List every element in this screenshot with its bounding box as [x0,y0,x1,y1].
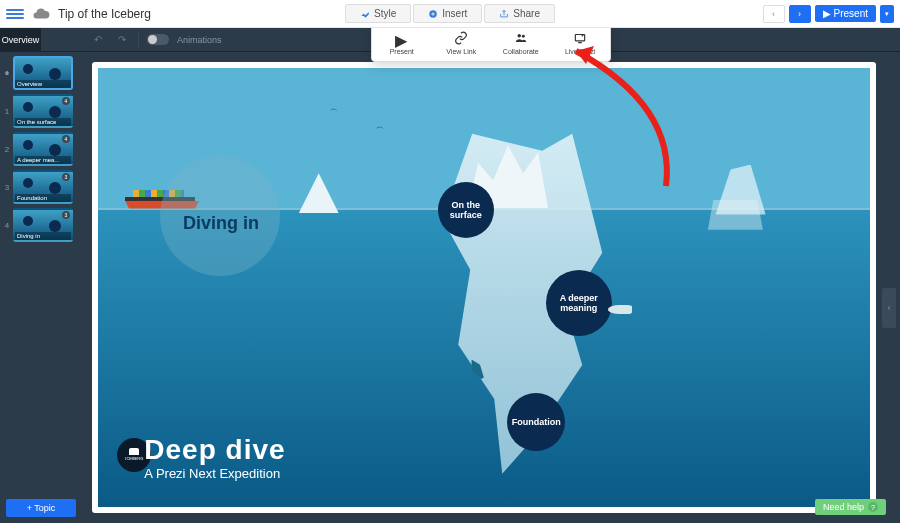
style-button[interactable]: Style [345,4,411,23]
sidebar-tabs: Overview [0,28,82,52]
home-icon [4,70,10,76]
nav-next-button[interactable]: › [789,5,811,23]
diving-in-label: Diving in [183,213,259,234]
need-help-button[interactable]: Need help ? [815,499,886,515]
thumb-row: 1 4On the surface [4,94,78,128]
animations-toggle[interactable] [147,34,169,45]
workspace: Overview Overview 1 4On the surface 2 4A… [0,28,900,523]
thumbnail-1[interactable]: 4On the surface [13,94,73,128]
thumb-row: 2 4A deeper mea... [4,132,78,166]
thumbnail-overview[interactable]: Overview [13,56,73,90]
topic-foundation[interactable]: Foundation [507,393,565,451]
main-area: ↶ ↷ Animations ▶ Present View Link Colla… [82,28,900,523]
sidebar: Overview Overview 1 4On the surface 2 4A… [0,28,82,523]
thumb-row: 4 3Diving in [4,208,78,242]
share-collaborate[interactable]: Collaborate [491,25,551,61]
title-block: Deep dive A Prezi Next Expedition [144,434,285,481]
bird-icon: ︵ [330,103,338,114]
thumbnail-3[interactable]: 3Foundation [13,170,73,204]
thumbnail-list: Overview 1 4On the surface 2 4A deeper m… [0,52,82,491]
redo-button[interactable]: ↷ [114,32,130,48]
share-present[interactable]: ▶ Present [372,25,432,61]
canvas-wrap: ︵ ︵ Diving in On the surface A deeper me… [82,52,900,523]
tab-overview[interactable]: Overview [0,28,41,51]
animations-label: Animations [177,35,222,45]
menu-icon[interactable] [6,5,24,23]
thumb-row: 3 3Foundation [4,170,78,204]
svg-point-2 [522,35,525,38]
canvas-title: Deep dive [144,434,285,466]
broadcast-icon [573,31,587,45]
people-icon [514,31,528,45]
cloud-icon [32,5,50,23]
topic-a-deeper-meaning[interactable]: A deeper meaning [546,270,612,336]
small-iceberg [299,173,339,213]
canvas-subtitle: A Prezi Next Expedition [144,466,285,481]
help-icon: ? [868,502,878,512]
link-icon [454,31,468,45]
topbar-right: ‹ › ▶ Present ▾ [763,5,894,23]
play-icon: ▶ [395,31,409,45]
add-topic-button[interactable]: + Topic [6,499,76,517]
thumbnail-2[interactable]: 4A deeper mea... [13,132,73,166]
presentation-canvas[interactable]: ︵ ︵ Diving in On the surface A deeper me… [92,62,876,513]
top-bar: Tip of the Iceberg Style Insert Share ‹ … [0,0,900,28]
topic-on-the-surface[interactable]: On the surface [438,182,494,238]
present-dropdown-button[interactable]: ▾ [880,5,894,23]
nav-prev-button[interactable]: ‹ [763,5,785,23]
share-live-prezi[interactable]: Live Prezi [551,25,611,61]
fish-graphic [608,305,632,314]
divider [138,33,139,47]
collapse-panel-button[interactable]: ‹ [882,288,896,328]
small-iceberg-2 [716,165,766,215]
topbar-center-actions: Style Insert Share [345,4,555,23]
svg-point-1 [517,34,521,38]
presentation-title: Tip of the Iceberg [58,7,151,21]
insert-button[interactable]: Insert [413,4,482,23]
thumb-row: Overview [4,56,78,90]
tab-other[interactable] [41,28,82,51]
share-button[interactable]: Share [484,4,555,23]
present-button[interactable]: ▶ Present [815,5,876,22]
thumbnail-4[interactable]: 3Diving in [13,208,73,242]
bird-icon: ︵ [376,121,384,132]
undo-button[interactable]: ↶ [90,32,106,48]
share-dropdown: ▶ Present View Link Collaborate Live Pre… [371,24,611,62]
share-view-link[interactable]: View Link [432,25,492,61]
sidebar-footer: + Topic [0,491,82,523]
